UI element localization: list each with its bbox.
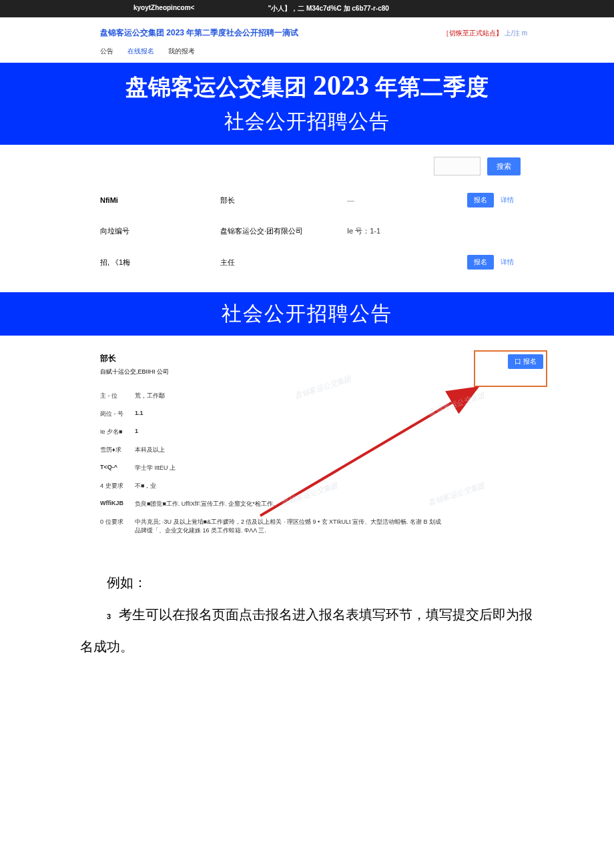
page-header: 盘锦客运公交集团 2023 年第二季度社会公开招聘一滴试 ［切恢至正式站点】 上… xyxy=(0,17,614,44)
list-row: 向垃编号 盘锦客运公交·团有限公司 Ie 号：1-1 xyxy=(100,217,514,246)
detail-value: 中共克员; ·3U 及以上覚埴■&工作媛玲，2 佸及以上相关 · 理区位憾 9 … xyxy=(135,518,442,535)
detail-link[interactable]: 详情 xyxy=(501,258,514,267)
url-text: kyoytZheopincom< xyxy=(133,4,194,13)
detail-value: 负良■团觉■工作. UffIXfF.宣传工作. 企窟文化*检工作. xyxy=(135,500,514,508)
banner-line1: 盘锦客运公交集团 2023 年第二季度 xyxy=(0,69,614,103)
switch-site-link[interactable]: ［切恢至正式站点】 xyxy=(442,29,503,37)
url-params: "小人】，二 M34c7d%C 加 c6b77-r-c80 xyxy=(268,4,388,13)
detail-subtitle: 自赋十运公交,EBIIHI 公司 xyxy=(100,368,514,376)
tab-my-apply[interactable]: 我的报考 xyxy=(168,47,195,55)
row-name: 招, 《1梅 xyxy=(100,258,220,268)
row-name: NfiMi xyxy=(100,196,220,204)
row-code-label: 向垃编号 xyxy=(100,226,220,236)
tab-announce[interactable]: 公告 xyxy=(100,47,113,55)
detail-area: 部长 自赋十运公交,EBIIHI 公司 口 报名 盘锦客运公交集团 盘锦客运公交… xyxy=(0,336,614,546)
browser-top-bar: kyoytZheopincom< "小人】，二 M34c7d%C 加 c6b77… xyxy=(0,0,614,17)
detail-label: 4 史要求 xyxy=(100,482,135,490)
apply-button-highlighted[interactable]: 口 报名 xyxy=(508,354,543,369)
detail-title: 部长 xyxy=(100,353,514,364)
step-text: 考生可以在报名页面点击报名进入报名表填写环节，填写提交后即为报名成功。 xyxy=(80,607,533,654)
detail-row: 0 位要求中共克员; ·3U 及以上覚埴■&工作媛玲，2 佸及以上相关 · 理区… xyxy=(100,513,514,540)
search-input[interactable] xyxy=(434,157,481,175)
row-meta: — xyxy=(347,196,427,204)
detail-label: 主 - 位 xyxy=(100,392,135,400)
detail-row: 雪历♦求本科及以上 xyxy=(100,441,514,459)
detail-label: Ie 夕名■ xyxy=(100,428,135,436)
detail-label: 雪历♦求 xyxy=(100,446,135,454)
page-title: 盘锦客运公交集团 2023 年第二季度社会公开招聘一滴试 xyxy=(100,27,298,39)
row-position: 部长 xyxy=(220,195,347,205)
detail-value: 本科及以上 xyxy=(135,446,514,454)
banner-prefix: 盘锦客运公交集团 xyxy=(125,74,313,99)
banner-suffix: 年第二季度 xyxy=(369,74,489,99)
detail-value: 1.1 xyxy=(135,410,514,418)
tab-online-apply[interactable]: 在线报名 xyxy=(127,47,154,55)
instruction-text: 例如： 3考生可以在报名页面点击报名进入报名表填写环节，填写提交后即为报名成功。 xyxy=(0,546,614,703)
detail-label: T<Q-^ xyxy=(100,464,135,472)
detail-row: Ie 夕名■1 xyxy=(100,423,514,441)
step-number: 3 xyxy=(107,612,111,620)
apply-button[interactable]: 报名 xyxy=(467,193,494,207)
detail-link[interactable]: 详情 xyxy=(501,195,514,205)
detail-label: WffiKJB xyxy=(100,500,135,508)
list-row: NfiMi 部长 — 报名 详情 xyxy=(100,183,514,217)
highlighted-apply-box: 口 报名 xyxy=(474,350,547,387)
search-row: 搜索 xyxy=(0,145,614,183)
row-id: Ie 号：1-1 xyxy=(347,226,427,236)
step-3: 3考生可以在报名页面点击报名进入报名表填写环节，填写提交后即为报名成功。 xyxy=(80,598,534,663)
job-listing: NfiMi 部长 — 报名 详情 向垃编号 盘锦客运公交·团有限公司 Ie 号：… xyxy=(0,183,614,279)
nav-tabs: 公告 在线报名 我的报考 xyxy=(0,44,614,63)
search-button[interactable]: 搜索 xyxy=(487,157,521,175)
banner-year: 2023 xyxy=(313,70,369,101)
detail-row: T<Q-^学士学 IttEU 上 xyxy=(100,459,514,477)
header-right: ［切恢至正式站点】 上/注 m xyxy=(442,29,527,38)
example-label: 例如： xyxy=(80,566,534,598)
row-position: 主任 xyxy=(220,258,347,268)
main-banner: 盘锦客运公交集团 2023 年第二季度 社会公开招聘公告 xyxy=(0,63,614,145)
detail-value: 学士学 IttEU 上 xyxy=(135,464,514,472)
apply-button[interactable]: 报名 xyxy=(467,255,494,270)
row-company: 盘锦客运公交·团有限公司 xyxy=(220,226,347,236)
banner-line2: 社会公开招聘公告 xyxy=(0,108,614,135)
detail-label: 岗位 - 号 xyxy=(100,410,135,418)
list-row: 招, 《1梅 主任 报名 详情 xyxy=(100,246,514,279)
login-link[interactable]: 上/注 m xyxy=(505,29,527,37)
detail-value: 1 xyxy=(135,428,514,436)
sub-banner: 社会公开招聘公告 xyxy=(0,292,614,336)
detail-label: 0 位要求 xyxy=(100,518,135,535)
